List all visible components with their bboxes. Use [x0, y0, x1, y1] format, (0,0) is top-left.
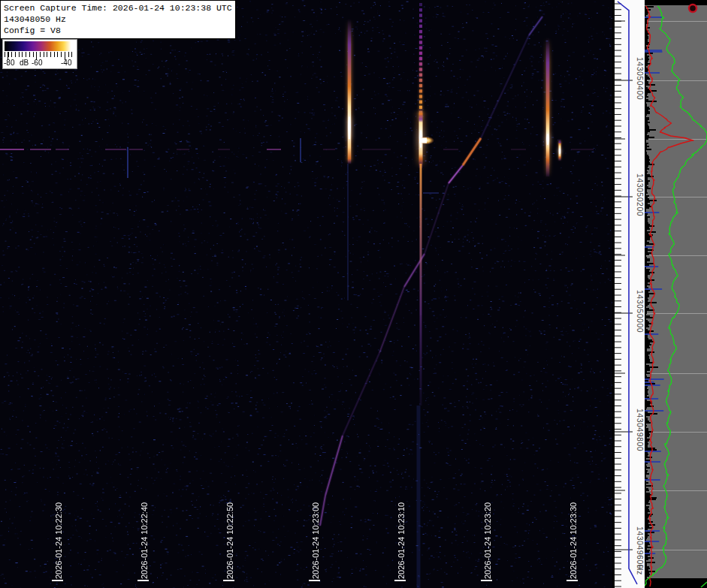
frequency-ruler: 1430504001430502001430500001430498001430… — [612, 0, 645, 588]
freq-label: 143050200 — [635, 173, 645, 222]
freq-label: 143050400 — [635, 57, 645, 105]
db-major-tick — [65, 52, 65, 60]
waterfall-spectrogram-canvas — [0, 0, 612, 588]
capture-info-box: Screen Capture Time: 2026-01-24 10:23:38… — [0, 0, 236, 39]
db-label: -60 — [32, 59, 42, 67]
db-label: dB — [20, 59, 29, 67]
time-label: 2026-01-24 10:23:30 — [569, 502, 579, 579]
freq-label: 143050000 — [635, 290, 645, 338]
time-label: 2026-01-24 10:23:20 — [483, 502, 493, 579]
time-tick — [309, 580, 320, 581]
db-label: -80 — [4, 59, 14, 67]
db-major-tick — [36, 52, 37, 60]
spectrum-lab-capture: Screen Capture Time: 2026-01-24 10:23:38… — [0, 0, 707, 588]
db-major-tick — [8, 52, 8, 60]
time-tick — [137, 580, 149, 581]
spectrum-graph-canvas — [645, 0, 707, 588]
time-tick — [394, 580, 406, 581]
time-tick — [223, 580, 234, 581]
capture-config-text: Config = V8 — [4, 25, 233, 36]
time-tick — [481, 580, 492, 581]
freq-unit-label: Hz — [635, 565, 645, 578]
time-tick — [52, 580, 63, 581]
time-label: 2026-01-24 10:22:50 — [225, 502, 235, 579]
spectrum-side-panel — [645, 0, 707, 588]
time-label: 2026-01-24 10:22:30 — [54, 502, 64, 579]
freq-label: 143049800 — [635, 409, 645, 457]
capture-time-text: Screen Capture Time: 2026-01-24 10:23:38… — [4, 2, 233, 14]
time-label: 2026-01-24 10:22:40 — [140, 502, 150, 579]
db-label: -40 — [61, 59, 71, 67]
color-scale-gradient — [5, 41, 75, 51]
color-scale-legend: -80dB-60-40 — [2, 39, 77, 69]
time-label: 2026-01-24 10:23:00 — [311, 502, 321, 579]
capture-frequency-text: 143048050 Hz — [4, 14, 233, 25]
time-tick — [567, 580, 578, 581]
time-label: 2026-01-24 10:23:10 — [397, 502, 406, 579]
